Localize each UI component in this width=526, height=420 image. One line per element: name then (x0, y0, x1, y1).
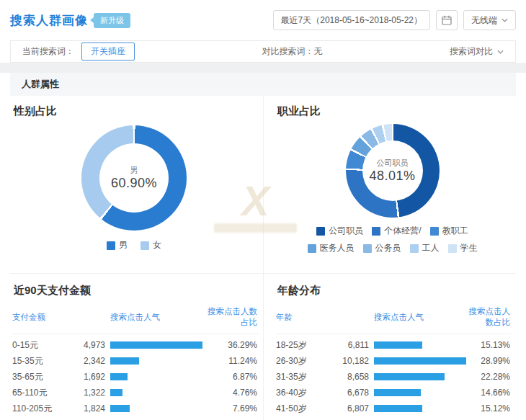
table-row: 26-30岁10,18228.99% (276, 353, 512, 369)
row-label: 35-65元 (12, 371, 76, 383)
calendar-icon (442, 15, 452, 25)
legend-label: 公司职员 (329, 225, 363, 237)
bar-fill (110, 389, 122, 396)
legend-label: 学生 (460, 242, 478, 254)
legend-item: 公司职员 (316, 225, 363, 237)
row-value: 2,342 (76, 356, 110, 366)
gender-chart-title: 性别占比 (12, 104, 256, 118)
bar-fill (110, 357, 139, 365)
legend-item: 教职工 (430, 225, 468, 237)
table-row: 36-40岁6,67814.66% (276, 385, 512, 401)
bar-fill (374, 373, 445, 380)
row-percent: 28.99% (466, 356, 512, 366)
legend-label: 女 (153, 239, 161, 251)
row-percent: 15.13% (466, 340, 512, 350)
row-value: 1,322 (76, 388, 110, 398)
bar-fill (374, 341, 422, 349)
legend-swatch-icon (107, 241, 115, 250)
payment-table-title: 近90天支付金额 (12, 284, 259, 298)
payment-table-body: 0-15元4,97336.29%15-35元2,34211.24%35-65元1… (12, 337, 259, 420)
bar-fill (110, 341, 202, 349)
row-label: 65-110元 (12, 387, 76, 399)
row-value: 8,658 (339, 372, 374, 382)
current-keyword-button[interactable]: 开关插座 (81, 43, 135, 61)
occupation-donut-chart: 公司职员 48.01% (346, 124, 440, 218)
bar-track (110, 341, 202, 349)
row-value: 10,182 (339, 356, 374, 366)
date-range-button[interactable]: 最近7天（2018-05-16~2018-05-22） (273, 10, 430, 30)
legend-label: 个体经营/ (384, 225, 421, 237)
tables-row: 近90天支付金额 支付金额 搜索点击人气 搜索点击人数占比 0-15元4,973… (10, 274, 516, 420)
age-table-body: 18-25岁6,81115.13%26-30岁10,18228.99%31-35… (276, 337, 512, 420)
divider-strip (0, 63, 526, 73)
compare-keyword-text: 对比搜索词：无 (262, 45, 323, 58)
bar-track (374, 357, 466, 365)
bar-track (374, 405, 466, 412)
channel-dropdown[interactable]: 无线端 (463, 10, 516, 30)
keyword-compare-label: 搜索词对比 (450, 45, 493, 58)
legend-label: 医务人员 (320, 242, 355, 254)
legend-swatch-icon (372, 227, 380, 236)
table-row: 205元以上4,69833.15% (12, 416, 259, 420)
page-title: 搜索人群画像 (10, 12, 88, 29)
legend-swatch-icon (316, 227, 325, 236)
row-value: 6,678 (339, 388, 374, 398)
calendar-button[interactable] (436, 10, 458, 30)
filter-bar: 当前搜索词： 开关插座 对比搜索词：无 搜索词对比 (10, 40, 516, 63)
row-percent: 14.66% (466, 388, 512, 398)
row-percent: 11.24% (202, 356, 259, 366)
row-label: 31-35岁 (276, 371, 339, 383)
column-header: 搜索点击人数占比 (466, 306, 512, 328)
gender-center-label: 男 (130, 165, 138, 176)
row-percent: 36.29% (202, 340, 259, 350)
row-label: 110-205元 (12, 403, 76, 415)
table-row: 41-50岁6,80715.12% (276, 401, 512, 416)
occupation-chart-title: 职业占比 (276, 104, 509, 118)
bar-track (110, 357, 202, 365)
legend-item: 学生 (448, 242, 478, 254)
bar-track (374, 389, 466, 396)
gender-panel: 性别占比 男 60.90% 男女 (10, 96, 263, 273)
row-value: 1,824 (76, 403, 110, 414)
row-label: 15-35元 (12, 355, 76, 367)
payment-table-header: 支付金额 搜索点击人气 搜索点击人数占比 (12, 306, 259, 334)
legend-swatch-icon (141, 241, 149, 250)
occupation-center-value: 48.01% (369, 169, 415, 184)
legend-swatch-icon (448, 244, 457, 253)
date-range-label: 最近7天（2018-05-16~2018-05-22） (281, 14, 422, 27)
upgrade-badge: 新升级 (94, 13, 130, 28)
legend-label: 工人 (422, 242, 440, 254)
legend-item: 医务人员 (308, 242, 355, 254)
row-label: 18-25岁 (276, 339, 339, 352)
row-label: 0-15元 (12, 339, 76, 352)
legend-item: 女 (141, 239, 161, 251)
legend-item: 个体经营/ (372, 225, 421, 237)
top-bar: 搜索人群画像 新升级 最近7天（2018-05-16~2018-05-22） 无… (0, 0, 526, 40)
current-keyword-label: 当前搜索词： (22, 45, 74, 58)
table-row: 35-65元1,6926.87% (12, 369, 259, 385)
legend-item: 工人 (410, 242, 440, 254)
row-label: 41-50岁 (276, 403, 339, 415)
legend-label: 教职工 (442, 225, 468, 237)
current-keyword-group: 当前搜索词： 开关插座 (22, 43, 135, 61)
legend-label: 公务员 (375, 242, 401, 254)
bar-fill (110, 373, 128, 380)
row-percent: 7.69% (202, 403, 259, 414)
row-value: 6,811 (339, 340, 374, 350)
channel-label: 无线端 (471, 14, 497, 27)
legend-item: 公务员 (363, 242, 401, 254)
gender-legend: 男女 (12, 239, 256, 251)
occupation-center-label: 公司职员 (377, 158, 409, 169)
bar-fill (374, 357, 466, 365)
table-row: 18-25岁6,81115.13% (276, 337, 512, 353)
column-header: 搜索点击人数占比 (202, 306, 259, 328)
occupation-legend: 公司职员个体经营/教职工医务人员公务员工人学生 (303, 225, 483, 254)
bar-fill (110, 405, 130, 412)
column-header: 年龄 (276, 312, 339, 323)
legend-label: 男 (119, 239, 128, 251)
age-table-header: 年龄 搜索点击人气 搜索点击人数占比 (276, 306, 512, 334)
bar-track (110, 389, 202, 396)
occupation-donut-center: 公司职员 48.01% (362, 140, 423, 201)
search-audience-portrait-page: 搜索人群画像 新升级 最近7天（2018-05-16~2018-05-22） 无… (0, 0, 526, 420)
keyword-compare-button[interactable]: 搜索词对比 (450, 45, 504, 58)
